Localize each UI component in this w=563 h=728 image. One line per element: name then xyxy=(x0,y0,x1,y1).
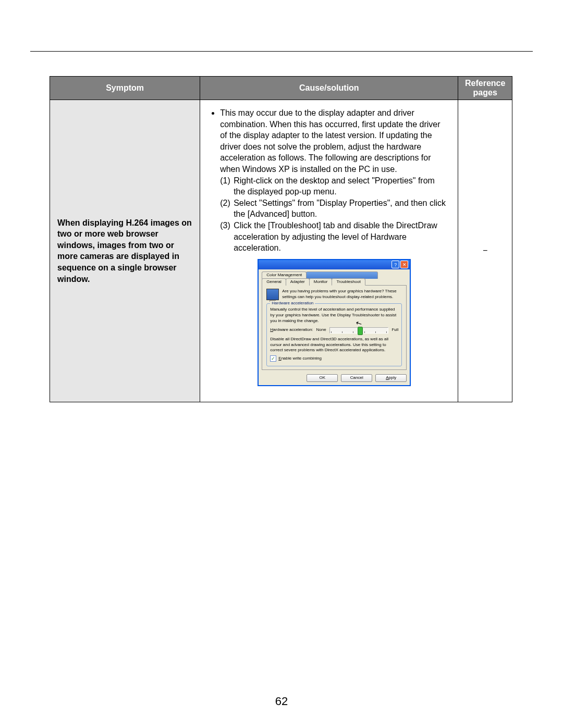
step-1-num: (1) xyxy=(220,175,234,198)
cell-cause: This may occur due to the display adapte… xyxy=(200,100,458,402)
step-2-text: Select "Settings" from "Display Properti… xyxy=(234,198,448,220)
page-number: 62 xyxy=(0,695,563,708)
hardware-acceleration-desc: Manually control the level of accelerati… xyxy=(270,307,398,324)
slider-min-label: None xyxy=(316,327,326,333)
monitor-icon xyxy=(266,289,279,300)
write-combining-checkbox[interactable]: ✓ xyxy=(270,355,276,362)
header-symptom: Symptom xyxy=(50,77,200,100)
step-3-num: (3) xyxy=(220,220,234,254)
tab-obscured[interactable]: ——— xyxy=(306,272,378,279)
step-3-text: Click the [Troubleshoot] tab and disable… xyxy=(234,220,448,254)
hardware-acceleration-legend: Hardware acceleration xyxy=(270,301,315,306)
apply-button[interactable]: Apply xyxy=(375,374,407,382)
ok-button[interactable]: OK xyxy=(307,374,338,382)
slider-thumb[interactable] xyxy=(358,327,363,335)
dialog-titlebar: ? ✕ xyxy=(259,260,410,269)
hardware-acceleration-group: Hardware acceleration Manually control t… xyxy=(266,303,402,366)
step-1-text: Right-click on the desktop and select "P… xyxy=(234,175,448,198)
cancel-button[interactable]: Cancel xyxy=(341,374,372,382)
troubleshooting-table: Symptom Cause/solution Reference pages W… xyxy=(50,76,512,402)
slider-label: HHardware acceleration:ardware accelerat… xyxy=(270,327,313,333)
slider-max-label: Full xyxy=(391,327,398,333)
cause-intro: This may occur due to the display adapte… xyxy=(220,107,448,175)
close-icon[interactable]: ✕ xyxy=(400,261,408,268)
tab-general[interactable]: General xyxy=(262,278,286,286)
acceleration-result-desc: Disable all DirectDraw and Direct3D acce… xyxy=(270,337,398,353)
tab-adapter[interactable]: Adapter xyxy=(286,278,310,286)
dialog-tabs: Color Management ——— General Adapter Mon… xyxy=(262,272,407,286)
troubleshoot-intro-text: Are you having problems with your graphi… xyxy=(282,289,402,300)
header-cause: Cause/solution xyxy=(200,77,458,100)
tab-monitor[interactable]: Monitor xyxy=(309,278,333,286)
write-combining-label: Enable write combining xyxy=(278,356,322,362)
tab-troubleshoot[interactable]: Troubleshoot xyxy=(332,278,365,286)
help-icon[interactable]: ? xyxy=(391,261,399,268)
display-properties-dialog: ? ✕ Color Management ——— General xyxy=(258,259,411,386)
cell-symptom: When displaying H.264 images on two or m… xyxy=(50,100,200,402)
cell-reference: − xyxy=(458,100,512,402)
tab-content-troubleshoot: Are you having problems with your graphi… xyxy=(262,285,407,370)
header-reference: Reference pages xyxy=(458,77,512,100)
page-top-rule xyxy=(30,51,533,52)
acceleration-slider[interactable]: ↖ xyxy=(329,327,389,334)
step-2-num: (2) xyxy=(220,198,234,220)
table-row: When displaying H.264 images on two or m… xyxy=(50,100,512,402)
tab-color-management[interactable]: Color Management xyxy=(262,272,307,279)
